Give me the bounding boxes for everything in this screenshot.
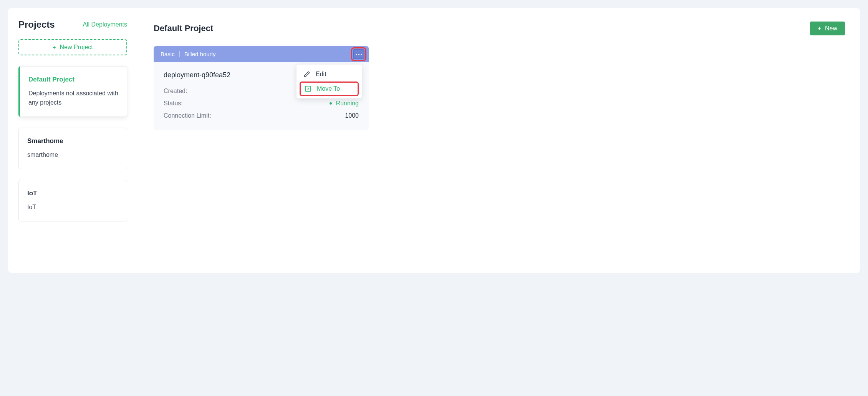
deployment-billing: Billed hourly: [184, 51, 216, 57]
move-to-icon: [305, 85, 311, 92]
deployment-status-row: Status: Running: [164, 100, 359, 107]
plus-icon: +: [818, 25, 821, 32]
more-options-menu: Edit Move To: [297, 65, 362, 98]
project-name: Smarthome: [27, 137, 118, 145]
status-label: Status:: [164, 100, 183, 107]
limit-value: 1000: [345, 112, 359, 119]
main-content: Default Project + New Basic Billed hourl…: [138, 8, 860, 273]
app-container: Projects All Deployments + New Project D…: [8, 8, 860, 273]
sidebar-header: Projects All Deployments: [18, 19, 127, 30]
more-options-button[interactable]: [353, 49, 364, 59]
project-card-smarthome[interactable]: Smarthome smarthome: [18, 128, 127, 169]
svg-rect-0: [305, 86, 311, 92]
project-name: IoT: [27, 190, 118, 197]
menu-item-move-to[interactable]: Move To: [300, 82, 359, 96]
sidebar: Projects All Deployments + New Project D…: [8, 8, 138, 273]
dots-icon: [356, 54, 357, 55]
dots-icon: [361, 54, 362, 55]
deployment-header-left: Basic Billed hourly: [161, 51, 215, 57]
new-deployment-button[interactable]: + New: [810, 22, 845, 35]
status-text: Running: [336, 100, 359, 107]
deployment-card-header: Basic Billed hourly: [154, 46, 369, 62]
move-to-label: Move To: [317, 85, 340, 92]
dots-icon: [358, 54, 359, 55]
deployment-card: Basic Billed hourly deployment-q90fea52 …: [154, 46, 369, 130]
limit-label: Connection Limit:: [164, 112, 211, 119]
project-card-default[interactable]: Default Project Deployments not associat…: [18, 66, 127, 117]
project-description: smarthome: [27, 150, 118, 160]
new-project-button[interactable]: + New Project: [18, 39, 127, 55]
project-name: Default Project: [28, 76, 118, 83]
plus-icon: +: [53, 45, 56, 50]
project-description: Deployments not associated with any proj…: [28, 89, 118, 107]
new-button-label: New: [825, 25, 837, 32]
sidebar-title: Projects: [18, 19, 55, 30]
project-description: IoT: [27, 203, 118, 212]
new-project-label: New Project: [60, 44, 93, 51]
project-card-iot[interactable]: IoT IoT: [18, 180, 127, 221]
created-label: Created:: [164, 88, 187, 95]
status-value: Running: [330, 100, 359, 107]
edit-icon: [303, 71, 310, 78]
deployment-name: deployment-q90fea52: [164, 71, 230, 79]
edit-label: Edit: [316, 71, 326, 78]
menu-item-edit[interactable]: Edit: [297, 67, 362, 82]
more-button-highlight: [351, 47, 366, 61]
deployment-limit-row: Connection Limit: 1000: [164, 112, 359, 119]
status-dot-icon: [330, 102, 332, 105]
main-header: Default Project + New: [154, 22, 845, 35]
page-title: Default Project: [154, 23, 213, 33]
divider: [179, 51, 180, 57]
all-deployments-link[interactable]: All Deployments: [83, 21, 127, 28]
deployment-plan: Basic: [161, 51, 175, 57]
